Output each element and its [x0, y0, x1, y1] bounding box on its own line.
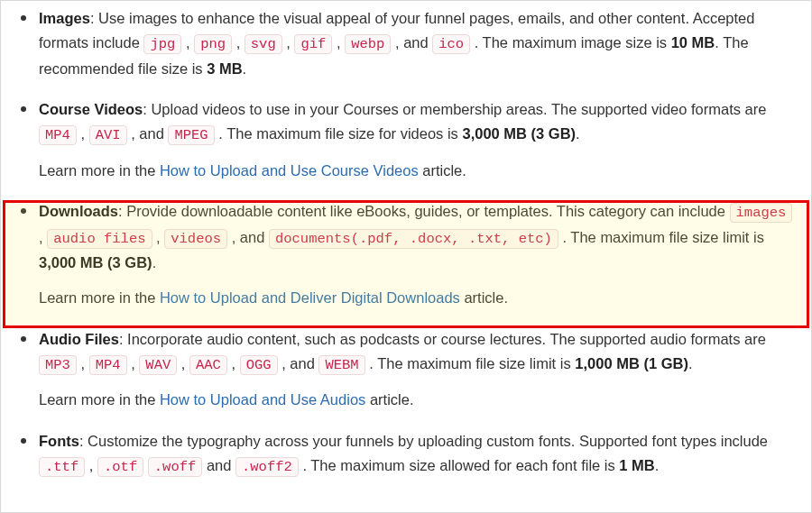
link-digital-downloads[interactable]: How to Upload and Deliver Digital Downlo…	[160, 289, 460, 306]
code-webm: WEBM	[318, 355, 364, 375]
videos-max-size: 3,000 MB (3 GB)	[462, 125, 576, 142]
code-documents: documents(.pdf, .docx, .txt, etc)	[269, 229, 558, 249]
fonts-max-size: 1 MB	[619, 457, 654, 473]
section-downloads: Downloads: Provide downloadable content …	[39, 199, 793, 311]
audio-max-size: 1,000 MB (1 GB)	[575, 355, 688, 371]
code-ogg: OGG	[240, 355, 278, 375]
code-ico: ico	[432, 34, 470, 54]
section-course-videos: Course Videos: Upload videos to use in y…	[39, 97, 793, 183]
fonts-paragraph: Fonts: Customize the typography across y…	[39, 429, 793, 480]
section-audio-files: Audio Files: Incorporate audio content, …	[39, 327, 793, 413]
downloads-paragraph: Downloads: Provide downloadable content …	[39, 199, 793, 275]
code-woff2: .woff2	[235, 457, 299, 477]
code-mpeg: MPEG	[168, 125, 214, 145]
code-ttf: .ttf	[39, 457, 85, 477]
document-page: Images: Use images to enhance the visual…	[0, 0, 812, 513]
code-webp: webp	[345, 34, 391, 54]
audio-learn-more: Learn more in the How to Upload and Use …	[39, 388, 793, 412]
link-audios[interactable]: How to Upload and Use Audios	[160, 391, 365, 408]
code-svg: svg	[245, 34, 282, 54]
downloads-learn-more: Learn more in the How to Upload and Deli…	[39, 286, 793, 310]
images-max-size: 10 MB	[671, 34, 715, 50]
code-mp4: MP4	[39, 125, 77, 145]
downloads-title: Downloads	[39, 203, 118, 219]
code-jpg: jpg	[143, 34, 181, 54]
code-woff: .woff	[148, 457, 203, 477]
code-aac: AAC	[189, 355, 227, 375]
section-images: Images: Use images to enhance the visual…	[39, 6, 793, 81]
code-audio-files: audio files	[47, 229, 152, 249]
images-title: Images	[39, 10, 90, 26]
code-videos: videos	[164, 229, 227, 249]
downloads-max-size: 3,000 MB (3 GB)	[39, 254, 152, 270]
link-course-videos[interactable]: How to Upload and Use Course Videos	[160, 162, 419, 179]
code-mp3: MP3	[39, 355, 77, 375]
videos-paragraph: Course Videos: Upload videos to use in y…	[39, 97, 793, 148]
code-gif: gif	[294, 34, 332, 54]
fonts-title: Fonts	[39, 433, 79, 449]
section-fonts: Fonts: Customize the typography across y…	[39, 429, 793, 480]
videos-title: Course Videos	[39, 101, 143, 117]
code-png: png	[194, 34, 232, 54]
images-paragraph: Images: Use images to enhance the visual…	[39, 6, 793, 81]
content-list: Images: Use images to enhance the visual…	[19, 6, 793, 479]
code-otf: .otf	[97, 457, 143, 477]
videos-learn-more: Learn more in the How to Upload and Use …	[39, 159, 793, 183]
code-wav: WAV	[139, 355, 177, 375]
code-images: images	[730, 203, 793, 223]
audio-title: Audio Files	[39, 331, 119, 347]
code-mp4-audio: MP4	[89, 355, 127, 375]
code-avi: AVI	[89, 125, 127, 145]
audio-paragraph: Audio Files: Incorporate audio content, …	[39, 327, 793, 378]
images-rec-size: 3 MB	[207, 60, 242, 77]
